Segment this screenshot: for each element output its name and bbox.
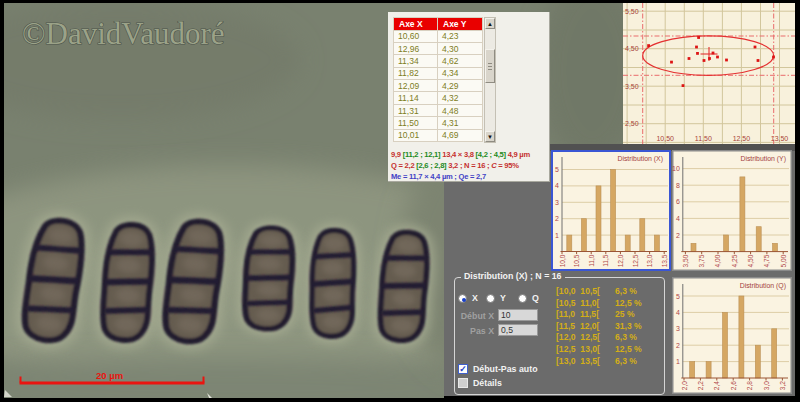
svg-text:20 µm: 20 µm: [96, 370, 123, 381]
svg-text:5: 5: [555, 166, 559, 173]
svg-text:11,0: 11,0: [588, 254, 595, 267]
svg-text:2: 2: [676, 342, 680, 349]
svg-text:10: 10: [672, 165, 680, 172]
svg-text:4,00: 4,00: [715, 254, 722, 267]
svg-text:13,50: 13,50: [771, 135, 789, 142]
svg-text:6: 6: [676, 198, 680, 205]
svg-text:13,0: 13,0: [646, 254, 653, 267]
svg-text:3,50: 3,50: [625, 83, 639, 90]
svg-text:3,50: 3,50: [682, 254, 689, 267]
svg-text:1: 1: [676, 358, 680, 365]
svg-text:11,5: 11,5: [602, 254, 609, 267]
svg-text:11,50: 11,50: [695, 135, 712, 142]
svg-text:4: 4: [555, 182, 559, 189]
svg-text:3: 3: [676, 325, 680, 332]
svg-text:4: 4: [676, 309, 680, 316]
svg-text:4,75: 4,75: [763, 254, 770, 267]
svg-text:Distribution (Y): Distribution (Y): [740, 155, 786, 163]
svg-text:12,5: 12,5: [632, 254, 639, 267]
svg-text:2,2: 2,2: [697, 381, 704, 390]
svg-text:2,50: 2,50: [625, 120, 639, 127]
svg-text:2,8: 2,8: [746, 381, 753, 390]
svg-text:12,50: 12,50: [733, 135, 751, 142]
svg-text:10,5: 10,5: [573, 254, 580, 267]
svg-text:3,2: 3,2: [779, 381, 786, 390]
svg-text:4: 4: [676, 215, 680, 222]
svg-text:10,50: 10,50: [656, 135, 674, 142]
svg-text:8: 8: [676, 182, 680, 189]
svg-text:©DavidVaudoré: ©DavidVaudoré: [22, 16, 225, 51]
svg-text:5: 5: [676, 293, 680, 300]
svg-text:1: 1: [555, 232, 559, 239]
svg-text:Distribution (Q): Distribution (Q): [740, 282, 786, 290]
svg-text:13,5: 13,5: [661, 254, 668, 267]
svg-text:2,4: 2,4: [713, 381, 720, 390]
svg-text:3,75: 3,75: [698, 254, 705, 267]
svg-text:Distribution (X): Distribution (X): [617, 155, 663, 163]
svg-text:2: 2: [555, 215, 559, 222]
svg-text:10,0: 10,0: [559, 254, 566, 267]
svg-text:4,25: 4,25: [731, 254, 738, 267]
svg-text:5,00: 5,00: [780, 254, 787, 267]
svg-text:4,50: 4,50: [625, 45, 639, 52]
svg-text:2,0: 2,0: [681, 381, 688, 390]
svg-text:12,0: 12,0: [617, 254, 624, 267]
svg-text:3,0: 3,0: [763, 381, 770, 390]
svg-text:5,50: 5,50: [625, 8, 639, 15]
svg-text:4,50: 4,50: [747, 254, 754, 267]
svg-text:2: 2: [676, 232, 680, 239]
svg-text:2,6: 2,6: [730, 381, 737, 390]
svg-text:3: 3: [555, 199, 559, 206]
